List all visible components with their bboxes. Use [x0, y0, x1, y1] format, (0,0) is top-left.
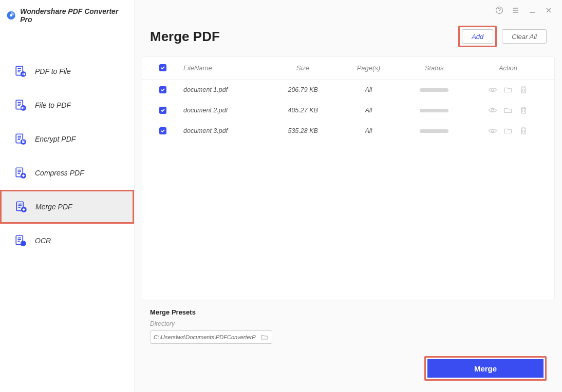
row-checkbox[interactable] [159, 127, 166, 134]
sidebar-item-encrypt-pdf[interactable]: Encrypt PDF [0, 122, 134, 156]
file-ocr-icon: A [14, 234, 28, 247]
preview-icon[interactable] [488, 106, 497, 115]
status-bar [420, 88, 448, 92]
minimize-icon[interactable] [528, 6, 536, 14]
status-bar [420, 109, 448, 112]
cell-pages: All [336, 127, 402, 134]
add-button-highlight: Add [458, 26, 497, 47]
svg-point-47 [492, 109, 494, 112]
table-row: document 2.pdf 405.27 KB All [142, 100, 554, 121]
presets-title: Merge Presets [150, 308, 547, 316]
cell-filename: document 1.pdf [178, 86, 270, 93]
col-size: Size [270, 64, 336, 72]
main-panel: Merge PDF Add Clear All FileName Size Pa… [135, 0, 562, 392]
col-filename: FileName [178, 64, 270, 72]
sidebar-item-label: File to PDF [35, 101, 71, 109]
delete-icon[interactable] [519, 126, 528, 135]
col-pages: Page(s) [336, 64, 402, 72]
page-header: Merge PDF Add Clear All [135, 21, 562, 56]
page-title: Merge PDF [150, 29, 220, 45]
preview-icon[interactable] [488, 85, 497, 94]
file-compress-icon [14, 166, 28, 180]
directory-value: C:\Users\ws\Documents\PDFConverterP [154, 334, 260, 340]
cell-size: 405.27 KB [270, 107, 336, 114]
cell-filename: document 2.pdf [178, 107, 270, 114]
cell-pages: All [336, 107, 402, 114]
col-action: Action [467, 64, 549, 72]
col-status: Status [401, 64, 467, 72]
close-icon[interactable] [545, 6, 553, 14]
menu-icon[interactable] [512, 6, 520, 14]
sidebar-item-file-to-pdf[interactable]: File to PDF [0, 88, 134, 122]
sidebar-item-compress-pdf[interactable]: Compress PDF [0, 156, 134, 190]
cell-size: 535.28 KB [270, 127, 336, 134]
table-row: document 1.pdf 206.79 KB All [142, 80, 554, 100]
open-folder-icon[interactable] [503, 85, 513, 94]
sidebar-item-pdf-to-file[interactable]: PDF to File [0, 54, 134, 88]
merge-presets: Merge Presets Directory C:\Users\ws\Docu… [135, 300, 562, 356]
file-table: FileName Size Page(s) Status Action docu… [142, 56, 555, 300]
file-merge-icon [15, 200, 28, 213]
cell-size: 206.79 KB [270, 86, 336, 93]
svg-point-39 [499, 12, 499, 12]
sidebar-item-ocr[interactable]: A OCR [0, 224, 134, 258]
sidebar-item-label: OCR [35, 237, 51, 245]
select-all-checkbox[interactable] [159, 64, 166, 71]
cell-pages: All [336, 86, 402, 93]
clear-all-button[interactable]: Clear All [502, 29, 547, 44]
table-row: document 3.pdf 535.28 KB All [142, 121, 554, 141]
merge-button[interactable]: Merge [427, 359, 544, 378]
open-folder-icon[interactable] [503, 106, 513, 115]
open-folder-icon[interactable] [503, 126, 513, 135]
preview-icon[interactable] [488, 126, 497, 135]
file-export-icon [14, 65, 28, 78]
file-lock-icon [14, 132, 28, 146]
delete-icon[interactable] [519, 106, 528, 115]
directory-label: Directory [150, 320, 547, 327]
svg-text:A: A [22, 242, 25, 246]
browse-folder-icon[interactable] [260, 333, 269, 341]
sidebar: Wondershare PDF Converter Pro PDF to Fil… [0, 0, 135, 392]
app-title: Wondershare PDF Converter Pro [20, 7, 128, 24]
cell-filename: document 3.pdf [178, 127, 270, 134]
row-checkbox[interactable] [159, 107, 166, 114]
svg-rect-17 [22, 141, 24, 143]
sidebar-item-merge-pdf[interactable]: Merge PDF [0, 190, 134, 224]
status-bar [420, 129, 448, 133]
sidebar-item-label: Encrypt PDF [35, 135, 76, 143]
svg-point-46 [492, 89, 494, 91]
footer: Merge [135, 356, 562, 392]
help-icon[interactable] [495, 6, 503, 14]
add-button[interactable]: Add [462, 29, 493, 44]
svg-point-48 [492, 130, 494, 132]
row-checkbox[interactable] [159, 86, 166, 93]
sidebar-item-label: Compress PDF [35, 169, 84, 177]
svg-point-1 [10, 14, 12, 17]
app-logo: Wondershare PDF Converter Pro [0, 0, 134, 39]
directory-input[interactable]: C:\Users\ws\Documents\PDFConverterP [150, 330, 272, 344]
sidebar-nav: PDF to File File to PDF Encrypt PDF Comp… [0, 39, 134, 258]
merge-button-highlight: Merge [424, 356, 547, 381]
table-header: FileName Size Page(s) Status Action [142, 57, 554, 80]
file-import-icon [14, 99, 28, 112]
sidebar-item-label: PDF to File [35, 67, 71, 75]
titlebar [135, 0, 562, 21]
delete-icon[interactable] [519, 85, 528, 94]
logo-icon [6, 10, 16, 21]
sidebar-item-label: Merge PDF [35, 203, 72, 211]
